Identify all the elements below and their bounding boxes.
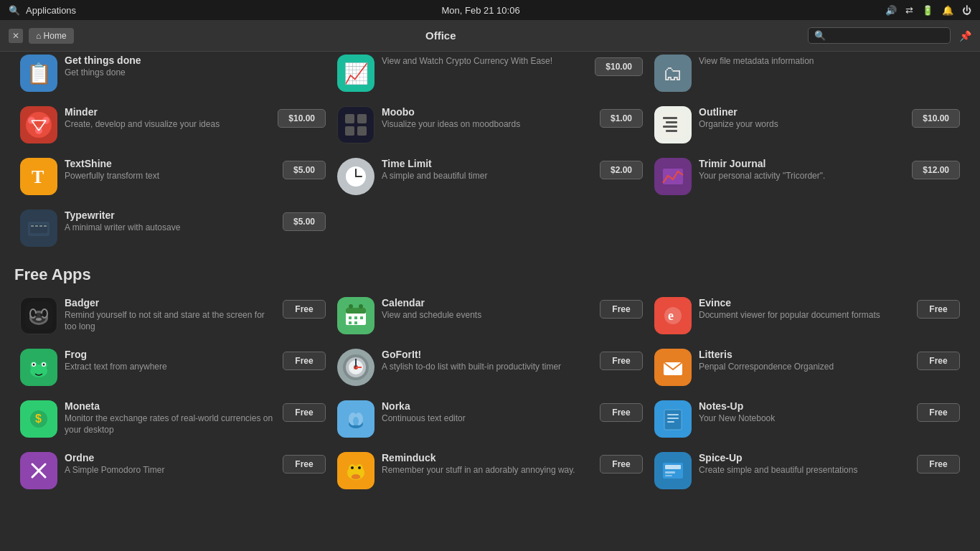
app-name: Spice-Up (699, 452, 910, 463)
free-button[interactable]: Free (917, 352, 960, 370)
system-bar-left: 🔍 Applications (9, 5, 76, 16)
svg-point-92 (351, 466, 354, 469)
app-icon (337, 452, 374, 489)
svg-rect-97 (665, 465, 681, 469)
price-button[interactable]: $12.00 (912, 161, 960, 179)
price-button[interactable]: $5.00 (283, 161, 326, 179)
svg-rect-82 (667, 414, 679, 415)
svg-text:e: e (668, 309, 674, 323)
app-info: Reminduck Remember your stuff in an ador… (382, 452, 593, 476)
app-name: Moobo (382, 106, 593, 118)
app-item-timelimit: Time Limit A simple and beautiful timer … (331, 151, 649, 202)
app-name: Calendar (382, 297, 593, 309)
app-action: Free (283, 352, 326, 370)
svg-point-78 (353, 417, 359, 425)
app-item-frog: Frog Extract text from anywhere Free (14, 342, 331, 393)
svg-rect-11 (357, 126, 367, 136)
app-item-trimir: Trimir Journal Your personal activity "T… (649, 151, 966, 202)
network-icon[interactable]: ⇄ (905, 5, 913, 16)
app-name: GoForIt! (382, 349, 593, 360)
svg-rect-28 (31, 225, 34, 227)
app-icon: e (654, 297, 692, 334)
price-button[interactable]: $10.00 (278, 109, 326, 128)
app-icon (654, 106, 692, 143)
battery-icon[interactable]: 🔋 (922, 5, 933, 16)
app-info: Moneta Monitor the exchange rates of rea… (65, 400, 275, 435)
app-icon (337, 297, 374, 334)
svg-rect-10 (345, 126, 354, 136)
app-menu-label[interactable]: Applications (26, 5, 76, 16)
svg-rect-83 (667, 418, 679, 419)
app-desc: View and schedule events (382, 310, 593, 321)
free-button[interactable]: Free (600, 352, 643, 370)
app-icon (20, 452, 57, 489)
free-button[interactable]: Free (600, 300, 643, 319)
svg-point-62 (43, 364, 45, 366)
close-button[interactable]: ✕ (9, 29, 23, 43)
svg-point-45 (349, 304, 353, 309)
free-button[interactable]: Free (600, 455, 643, 474)
notification-icon[interactable]: 🔔 (942, 5, 953, 16)
app-info: Norka Continuous text editor (382, 400, 593, 425)
search-input[interactable] (829, 30, 944, 41)
pin-button[interactable]: 📌 (959, 30, 971, 42)
power-icon[interactable]: ⏻ (962, 5, 971, 16)
main-content[interactable]: 📋 Get things done Get things done 📈 View… (0, 52, 980, 551)
svg-rect-8 (345, 114, 354, 123)
price-button[interactable]: $2.00 (600, 161, 643, 179)
app-item-ordne: Ordne A Simple Pomodoro Timer Free (14, 445, 331, 496)
app-item-crypto: 📈 View and Watch Crypto Currency With Ea… (331, 55, 649, 99)
price-button[interactable]: $5.00 (283, 212, 326, 231)
app-action: $10.00 (912, 109, 960, 128)
app-action: Free (917, 403, 960, 422)
app-item-filemeta: 🗂 View file metadata information (649, 55, 966, 99)
app-item-getthingsdone: 📋 Get things done Get things done (14, 55, 331, 99)
price-button[interactable]: $10.00 (912, 109, 960, 128)
free-button[interactable]: Free (283, 403, 326, 422)
svg-rect-9 (357, 114, 367, 123)
svg-rect-12 (660, 112, 686, 138)
app-desc: A simple and beautiful timer (382, 171, 593, 182)
price-button[interactable]: $10.00 (595, 57, 643, 76)
app-info: Notes-Up Your New Notebook (699, 400, 910, 425)
svg-point-46 (359, 304, 363, 309)
app-name: Norka (382, 400, 593, 412)
svg-rect-80 (664, 410, 682, 430)
search-icon: 🔍 (814, 30, 826, 41)
app-desc: A Simple Pomodoro Timer (65, 465, 275, 476)
app-name: Litteris (699, 349, 910, 360)
app-icon (654, 452, 692, 489)
free-button[interactable]: Free (917, 300, 960, 319)
svg-point-38 (42, 310, 47, 317)
app-desc: Visualize your ideas on moodboards (382, 119, 593, 131)
app-action: Free (917, 455, 960, 474)
app-info: Outliner Organize your words (699, 106, 905, 131)
free-button[interactable]: Free (283, 300, 326, 319)
app-name: Notes-Up (699, 400, 910, 412)
price-button[interactable]: $1.00 (600, 109, 643, 128)
app-icon (337, 106, 374, 143)
svg-rect-49 (360, 316, 363, 319)
app-name: TextShine (65, 158, 275, 169)
volume-icon[interactable]: 🔊 (885, 5, 897, 16)
app-icon (20, 349, 57, 386)
free-button[interactable]: Free (600, 403, 643, 422)
app-info: GoForIt! A stylish to-do list with built… (382, 349, 593, 373)
app-desc: Your New Notebook (699, 413, 910, 425)
home-button[interactable]: ⌂ Home (29, 28, 74, 44)
free-apps-title: Free Apps (14, 265, 966, 284)
free-button[interactable]: Free (917, 455, 960, 474)
app-action: $10.00 (595, 57, 643, 76)
free-button[interactable]: Free (917, 403, 960, 422)
app-name: Get things done (65, 55, 326, 66)
free-button[interactable]: Free (283, 352, 326, 370)
svg-rect-15 (663, 126, 677, 128)
app-item-reminduck: Reminduck Remember your stuff in an ador… (331, 445, 649, 496)
top-partial-row: 📋 Get things done Get things done 📈 View… (14, 60, 966, 99)
svg-rect-16 (666, 130, 677, 132)
app-info: Badger Remind yourself to not sit and st… (65, 297, 275, 332)
app-item-badger: Badger Remind yourself to not sit and st… (14, 290, 331, 342)
svg-rect-44 (346, 308, 366, 314)
app-action: Free (600, 300, 643, 319)
free-button[interactable]: Free (283, 455, 326, 474)
